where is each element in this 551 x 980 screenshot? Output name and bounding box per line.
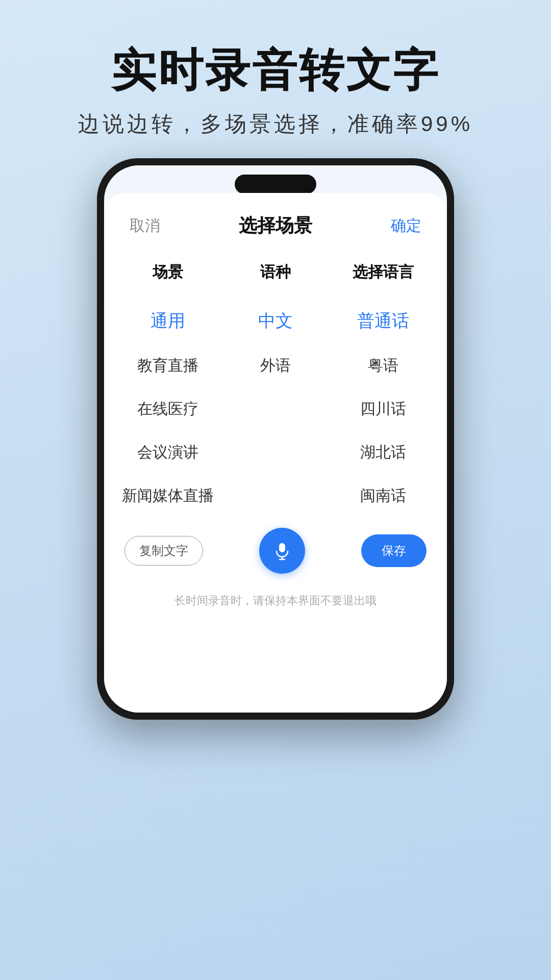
picker-columns: 场景 通用 教育直播 在线医疗 会议演讲 新闻媒体直播 语种 中文 外语 — [104, 254, 447, 518]
scene-column-header: 场景 — [153, 254, 183, 298]
picker-item-scene-0[interactable]: 通用 — [114, 298, 222, 344]
picker-item-scene-1[interactable]: 教育直播 — [114, 344, 222, 387]
language-type-column: 语种 中文 外语 — [222, 254, 330, 518]
phone-outer-shell: ‹ 实时录音转文字 🎧 — [97, 158, 454, 720]
phone-mockup: ‹ 实时录音转文字 🎧 — [97, 158, 454, 720]
picker-item-scene-2[interactable]: 在线医疗 — [114, 387, 222, 431]
phone-action-buttons: 复制文字 保存 — [104, 518, 447, 589]
picker-item-lang-4[interactable]: 闽南话 — [329, 474, 437, 518]
picker-item-scene-3[interactable]: 会议演讲 — [114, 431, 222, 474]
picker-item-scene-4[interactable]: 新闻媒体直播 — [114, 474, 222, 518]
picker-item-lang-2[interactable]: 四川话 — [329, 387, 437, 431]
scene-picker-card: 取消 选择场景 确定 场景 通用 教育直播 在线医疗 会议演讲 新闻媒体直播 — [104, 193, 447, 713]
scene-picker-title: 选择场景 — [239, 213, 312, 238]
scene-confirm-button[interactable]: 确定 — [391, 215, 421, 236]
scene-cancel-button[interactable]: 取消 — [130, 215, 160, 236]
language-column: 选择语言 普通话 粤语 四川话 湖北话 闽南话 — [329, 254, 437, 518]
picker-item-langtype-1[interactable]: 外语 — [222, 344, 330, 387]
headline-section: 实时录音转文字 边说边转，多场景选择，准确率99% — [0, 0, 551, 149]
sub-title: 边说边转，多场景选择，准确率99% — [0, 110, 551, 138]
picker-item-lang-1[interactable]: 粤语 — [329, 344, 437, 387]
dynamic-island — [235, 175, 316, 194]
picker-item-lang-3[interactable]: 湖北话 — [329, 431, 437, 474]
main-title: 实时录音转文字 — [0, 46, 551, 95]
svg-rect-0 — [279, 543, 285, 552]
phone-screen: ‹ 实时录音转文字 🎧 — [104, 165, 447, 713]
scene-picker-header: 取消 选择场景 确定 — [104, 193, 447, 254]
recording-hint: 长时间录音时，请保持本界面不要退出哦 — [104, 589, 447, 621]
picker-item-langtype-0[interactable]: 中文 — [222, 298, 330, 344]
language-column-header: 选择语言 — [353, 254, 414, 298]
language-type-column-header: 语种 — [260, 254, 291, 298]
scene-column: 场景 通用 教育直播 在线医疗 会议演讲 新闻媒体直播 — [114, 254, 222, 518]
picker-item-lang-0[interactable]: 普通话 — [329, 298, 437, 344]
copy-text-button[interactable]: 复制文字 — [124, 536, 203, 566]
microphone-button[interactable] — [259, 528, 305, 574]
save-button[interactable]: 保存 — [361, 534, 427, 567]
